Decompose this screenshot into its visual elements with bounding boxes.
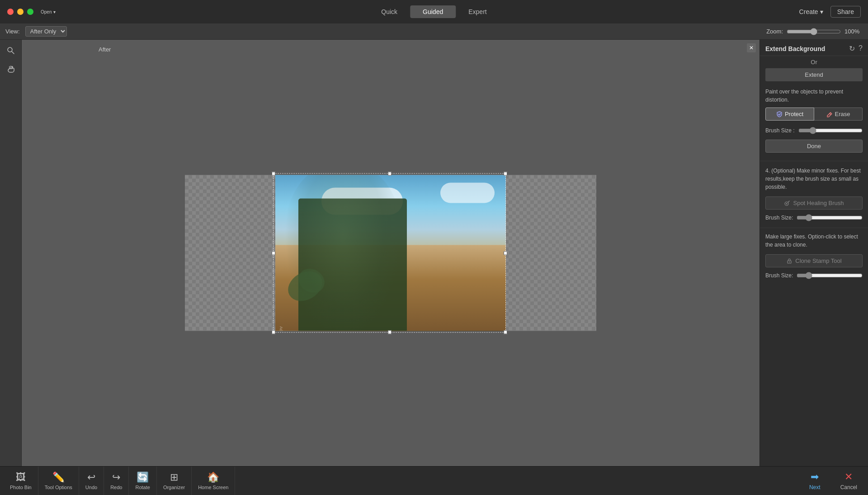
share-button[interactable]: Share bbox=[830, 6, 861, 18]
after-label: After bbox=[99, 46, 111, 53]
open-button[interactable]: Open ▾ bbox=[41, 9, 56, 14]
brush-size-label-2: Brush Size: bbox=[765, 215, 793, 221]
panel-help-icon[interactable]: ? bbox=[859, 44, 863, 53]
panel-title: Extend Background bbox=[765, 45, 825, 52]
undo-icon: ↩ bbox=[87, 472, 95, 483]
done-button[interactable]: Done bbox=[765, 140, 863, 153]
redo-label: Redo bbox=[110, 485, 122, 490]
spot-healing-icon bbox=[784, 200, 790, 206]
undo-label: Undo bbox=[85, 485, 97, 490]
cancel-button[interactable]: ✕ Cancel bbox=[833, 471, 864, 490]
svg-point-5 bbox=[786, 203, 788, 204]
photo-bin-label: Photo Bin bbox=[10, 485, 32, 490]
tab-guided[interactable]: Guided bbox=[410, 5, 456, 18]
main-area: ✕ After bbox=[0, 40, 868, 466]
rotate-item[interactable]: 🔄 Rotate bbox=[129, 467, 156, 495]
left-tools-panel bbox=[0, 40, 22, 466]
brush-size-row-3: Brush Size: bbox=[760, 270, 868, 284]
brush-size-slider-3[interactable] bbox=[797, 272, 863, 279]
brush-size-label-3: Brush Size: bbox=[765, 272, 793, 279]
next-button[interactable]: ➡ Next bbox=[802, 471, 828, 490]
panel-icons: ↻ ? bbox=[849, 44, 863, 53]
svg-line-4 bbox=[788, 201, 789, 202]
svg-line-1 bbox=[12, 51, 14, 54]
clone-stamp-icon bbox=[786, 258, 793, 264]
section-divider-2 bbox=[760, 228, 868, 228]
paint-description: Paint over the objects to prevent distor… bbox=[760, 85, 868, 107]
canvas-close-button[interactable]: ✕ bbox=[747, 43, 756, 52]
erase-icon bbox=[826, 111, 833, 117]
organizer-icon: ⊞ bbox=[170, 472, 178, 483]
brush-size-row-2: Brush Size: bbox=[760, 212, 868, 226]
create-button[interactable]: Create ▾ bbox=[799, 8, 823, 15]
handle-bottom-center[interactable] bbox=[388, 331, 392, 334]
handle-bottom-right[interactable] bbox=[504, 331, 507, 334]
spot-healing-brush-button[interactable]: Spot Healing Brush bbox=[765, 196, 863, 210]
redo-icon: ↪ bbox=[112, 472, 120, 483]
toolbar-row: View: After Only Zoom: 100% bbox=[0, 23, 868, 40]
titlebar-right: Create ▾ Share bbox=[799, 6, 861, 18]
tab-expert[interactable]: Expert bbox=[456, 5, 499, 18]
panel-header: Extend Background ↻ ? bbox=[760, 40, 868, 56]
optional-text: 4. (Optional) Make minor fixes. For best… bbox=[760, 163, 868, 195]
protect-button[interactable]: Protect bbox=[765, 107, 814, 121]
brush-size-label-1: Brush Size : bbox=[765, 127, 795, 134]
undo-item[interactable]: ↩ Undo bbox=[79, 467, 104, 495]
checker-right bbox=[501, 175, 596, 331]
zoom-slider[interactable] bbox=[787, 28, 841, 35]
checker-left bbox=[185, 175, 280, 331]
or-text: Or bbox=[760, 56, 868, 68]
bottom-bar: 🖼 Photo Bin ✏️ Tool Options ↩ Undo ↪ Red… bbox=[0, 466, 868, 495]
home-screen-label: Home Screen bbox=[198, 485, 228, 490]
next-label: Next bbox=[809, 484, 821, 490]
organizer-label: Organizer bbox=[163, 485, 185, 490]
tool-options-item[interactable]: ✏️ Tool Options bbox=[38, 467, 79, 495]
handle-bottom-left[interactable] bbox=[272, 331, 275, 334]
close-traffic-light[interactable] bbox=[7, 9, 14, 15]
right-panel: Extend Background ↻ ? Or Extend Paint ov… bbox=[760, 40, 868, 466]
photo-bin-item[interactable]: 🖼 Photo Bin bbox=[4, 467, 38, 495]
maximize-traffic-light[interactable] bbox=[27, 9, 33, 15]
svg-point-7 bbox=[789, 262, 790, 262]
redo-item[interactable]: ↪ Redo bbox=[104, 467, 129, 495]
canvas-area: ✕ After bbox=[22, 40, 760, 466]
zoom-section: Zoom: 100% bbox=[766, 28, 863, 35]
make-large-text: Make large fixes. Option-click to select… bbox=[760, 230, 868, 252]
section-divider-1 bbox=[760, 161, 868, 161]
rotate-icon: 🔄 bbox=[137, 472, 149, 483]
nav-tabs: Quick Guided Expert bbox=[368, 5, 499, 18]
rotate-label: Rotate bbox=[135, 485, 150, 490]
hand-tool-icon[interactable] bbox=[4, 61, 18, 76]
traffic-lights bbox=[7, 9, 33, 15]
protect-erase-row: Protect Erase bbox=[765, 107, 863, 121]
person-overlay bbox=[284, 175, 402, 331]
brush-size-slider-1[interactable] bbox=[798, 127, 863, 134]
protect-icon bbox=[776, 111, 783, 117]
view-select[interactable]: After Only bbox=[25, 26, 67, 37]
home-screen-icon: 🏠 bbox=[207, 472, 219, 483]
cancel-icon: ✕ bbox=[844, 471, 853, 483]
tab-quick[interactable]: Quick bbox=[368, 5, 410, 18]
tool-options-icon: ✏️ bbox=[52, 472, 65, 483]
organizer-item[interactable]: ⊞ Organizer bbox=[157, 467, 192, 495]
tool-options-label: Tool Options bbox=[45, 485, 72, 490]
home-screen-item[interactable]: 🏠 Home Screen bbox=[192, 467, 235, 495]
clone-stamp-tool-button[interactable]: Clone Stamp Tool bbox=[765, 254, 863, 267]
next-icon: ➡ bbox=[811, 471, 819, 483]
titlebar: Open ▾ Quick Guided Expert Create ▾ Shar… bbox=[0, 0, 868, 23]
panel-refresh-icon[interactable]: ↻ bbox=[849, 44, 855, 53]
view-label: View: bbox=[5, 28, 20, 35]
brush-size-slider-2[interactable] bbox=[797, 214, 863, 221]
photo-canvas: Adobe Stock | #478442448 bbox=[275, 175, 506, 331]
minimize-traffic-light[interactable] bbox=[17, 9, 24, 15]
extend-button[interactable]: Extend bbox=[765, 68, 863, 81]
zoom-label: Zoom: bbox=[766, 28, 783, 35]
bottom-right: ➡ Next ✕ Cancel bbox=[802, 471, 864, 490]
image-container: Adobe Stock | #478442448 bbox=[185, 175, 596, 331]
search-tool-icon[interactable] bbox=[4, 43, 18, 58]
cancel-label: Cancel bbox=[840, 484, 857, 490]
zoom-percent: 100% bbox=[844, 28, 863, 35]
brush-size-row-1: Brush Size : bbox=[760, 125, 868, 139]
photo-bin-icon: 🖼 bbox=[16, 472, 26, 483]
erase-button[interactable]: Erase bbox=[814, 107, 863, 121]
